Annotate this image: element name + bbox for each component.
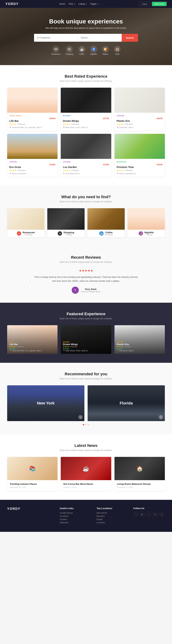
news-header: Latest News Book one of these unique spo… (7, 443, 165, 452)
hero-cat-nightlife[interactable]: ♿ Nightlife (90, 46, 97, 55)
rec-dot-1[interactable] (83, 424, 84, 426)
footer-link-englak[interactable]: Englak (97, 518, 128, 520)
rec-card-new-york[interactable]: New York + (7, 385, 84, 421)
social-pinterest-icon[interactable]: p (159, 512, 164, 517)
need-card-icon: 🌙 (139, 231, 143, 236)
featured-header: Featured Experience Book one of these un… (7, 312, 165, 320)
review-prev-button[interactable]: ‹ (23, 278, 29, 284)
need-card-title: Nightlife (144, 231, 154, 234)
footer-link-new-detroit[interactable]: New Detroit (97, 512, 128, 514)
reviewer-info: Tony Stark review for Black Holes (81, 288, 100, 293)
rec-card-plus-icon[interactable]: + (78, 415, 83, 419)
search-category-input[interactable] (34, 34, 78, 42)
news-card-image: 🏠 (114, 457, 165, 480)
news-card-image: 📚 (7, 457, 58, 480)
add-listing-button[interactable]: Add Listing (152, 2, 167, 6)
nav-home[interactable]: Home (59, 3, 65, 5)
card-price: $14/00 (50, 164, 56, 166)
need-card-restaurant[interactable]: 🍽 Restaurant 15 listings (7, 208, 44, 237)
login-button[interactable]: Log In (139, 2, 150, 6)
feat-card-dream-wings[interactable]: BAKERY Dream Wings ★★★★ 2 Reviews $37/00… (61, 325, 111, 354)
footer-link-loxention[interactable]: Loxention (97, 522, 128, 524)
review-next-button[interactable]: › (143, 278, 149, 284)
card-location: Main Street, Frisco, atlas 91 (63, 126, 109, 128)
footer-social-icons: f g+ t in p (133, 512, 165, 517)
search-bar: Search (34, 34, 138, 42)
rec-dot-2[interactable] (85, 424, 87, 426)
need-card-sub: 15 listings (23, 234, 35, 236)
nav-find[interactable]: Find ▾ (69, 3, 75, 5)
search-keyword-input[interactable] (78, 34, 122, 42)
hero-cat-label: Shopping (66, 53, 73, 55)
footer-useful-links-title: Useful Links (60, 507, 91, 510)
feat-card-stars: ★★★★ 3 Reviews (117, 346, 163, 348)
rec-card-plus-icon[interactable]: + (159, 415, 163, 419)
card-plastic-evo[interactable]: COFFEE $44/00 Plastic Evo ★★★★1 Reviews … (114, 88, 165, 130)
card-dream-wings[interactable]: BAKERY $37/00 Dream Wings ★★★★2 Reviews … (61, 88, 111, 130)
card-life-bar[interactable]: FOOD TRUCK $40/00 Life Bar ★★★★3 Reviews… (7, 88, 58, 130)
social-facebook-icon[interactable]: f (133, 512, 138, 517)
need-card-shopping[interactable]: 🛍 Shopping 9 listings (47, 208, 85, 237)
news-card-2[interactable]: ☕ Hot Cocoa Bar Must-Haves October 5, 20… (61, 457, 111, 491)
footer-link-brenmen[interactable]: Brenmen (97, 515, 128, 517)
card-stars: ★★★★2 Reviews (117, 169, 163, 172)
shopping-icon: 🛍 (66, 46, 73, 52)
rec-card-title: Florida (120, 401, 133, 406)
news-card-1[interactable]: 📚 Trending Autumn Places September 20, 2… (7, 457, 58, 491)
what-find-title: What do you need to find? (7, 195, 165, 199)
need-card-info: Nightlife 7 listings (144, 231, 154, 236)
card-body: COFFEE $14/00 Eco Grow ★★★★4 Reviews Nov… (7, 159, 58, 177)
news-section: Latest News Book one of these unique spo… (0, 434, 172, 500)
footer-brand-col: YORDY (7, 507, 54, 525)
card-stars: ★★★★1 Reviews (117, 123, 163, 126)
need-card-icon: 🛍 (58, 231, 62, 236)
card-tag: COFFEE (63, 161, 109, 163)
need-card-nightlife[interactable]: 🌙 Nightlife 7 listings (128, 208, 165, 237)
hero-cat-coffee[interactable]: ☕ Coffee (79, 46, 85, 55)
footer-link-wikipedia[interactable]: Wikipedia (60, 522, 91, 524)
footer-link-facebook[interactable]: Facebook (60, 515, 91, 517)
feat-card-location: 📍 Savannah Blvd, Fry, podpride, atlas 8 (9, 350, 55, 352)
card-price: $44/00 (156, 117, 163, 120)
search-button[interactable]: Search (122, 34, 138, 42)
hero-cat-bakery[interactable]: 🍞 Bakery (102, 46, 109, 55)
card-lux-garden[interactable]: COFFEE $10/00 Lux Garden ★★★★1 Reviews U… (61, 134, 111, 177)
need-card-footer: 🌙 Nightlife 7 listings (128, 230, 165, 237)
nav-pages[interactable]: Pages ▾ (90, 3, 98, 5)
footer: YORDY Useful Links Google Search Faceboo… (0, 500, 172, 532)
card-stars: ★★★★3 Reviews (9, 123, 55, 126)
hero-cat-shopping[interactable]: 🛍 Shopping (66, 46, 73, 55)
review-stars: ★★★★★ (33, 269, 139, 273)
nav-listing[interactable]: Listing ▾ (78, 3, 87, 5)
featured-section: Featured Experience Book one of these un… (0, 303, 172, 363)
rec-card-title: New York (37, 401, 55, 406)
card-image (7, 88, 58, 113)
card-price: $40/00 (50, 117, 56, 120)
card-price: $37/00 (103, 117, 109, 120)
footer-link-google[interactable]: Google Search (60, 512, 91, 514)
news-card-title: Living Room Makeover Reveal (117, 483, 162, 485)
footer-link-youtube[interactable]: Youtube (60, 518, 91, 520)
coffee-icon: ☕ (79, 46, 85, 52)
news-card-3[interactable]: 🏠 Living Room Makeover Reveal November 1… (114, 457, 165, 491)
card-eco-grow[interactable]: COFFEE $14/00 Eco Grow ★★★★4 Reviews Nov… (7, 134, 58, 177)
hero-cat-label: Nightlife (90, 53, 97, 55)
rec-dot-3[interactable] (88, 424, 89, 426)
reviews-section: Recent Reviews Book one of these unique … (0, 246, 172, 303)
hero-cat-hotel[interactable]: 🏨 Hotel (114, 46, 121, 55)
feat-card-plastic-evo[interactable]: COFFEE Plastic Evo ★★★★ 3 Reviews $44/00… (114, 325, 165, 354)
rec-card-florida[interactable]: Florida + (88, 385, 165, 421)
best-rated-header: Best Rated Experience Book one of these … (7, 74, 165, 82)
social-twitter-icon[interactable]: t (146, 512, 151, 517)
card-premium-time[interactable]: SHOPPING $30/00 Premium Time ★★★★2 Revie… (114, 134, 165, 177)
hero-categories: 🍽 Restaurant 🛍 Shopping ☕ Coffee ♿ Night… (51, 46, 120, 55)
social-linkedin-icon[interactable]: in (153, 512, 158, 517)
social-google-icon[interactable]: g+ (140, 512, 145, 517)
feat-card-life-bar[interactable]: FOOD Life Bar ★★★★ 3 Reviews $40/00 📍 Sa… (7, 325, 58, 354)
need-card-image (47, 208, 85, 230)
hero-cat-label: Restaurant (51, 53, 60, 55)
hero-cat-restaurant[interactable]: 🍽 Restaurant (51, 46, 60, 55)
need-card-title: Coffee (105, 231, 113, 234)
need-card-coffee[interactable]: ☕ Coffee 22 listings (87, 208, 125, 237)
what-find-subtitle: Book one of these unique spots to escape… (7, 200, 165, 203)
